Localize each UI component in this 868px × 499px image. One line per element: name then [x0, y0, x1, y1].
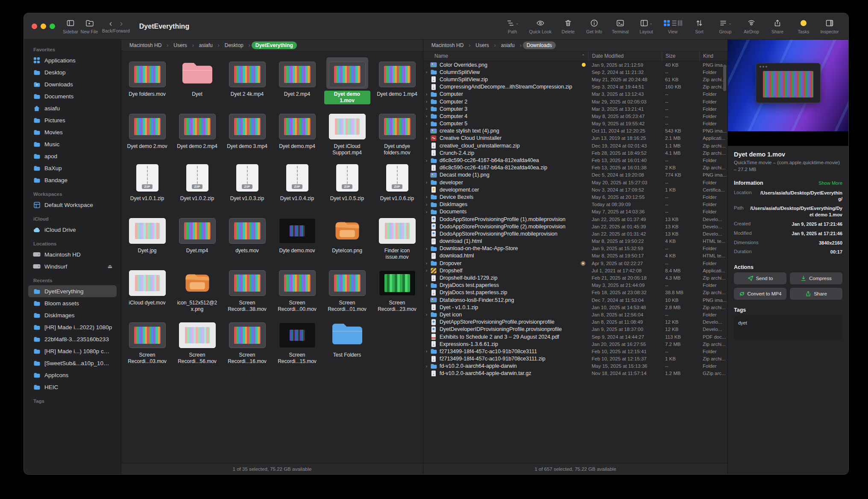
sidebar-item-pictures[interactable]: Pictures: [28, 114, 117, 126]
grid-item-dyet-v1-0-4-zip[interactable]: ZIP Dyet v1.0.4.zip: [272, 160, 322, 212]
sidebar-item-default-workspace[interactable]: Default Workspace: [28, 199, 117, 211]
disclosure-chevron-icon[interactable]: ›: [423, 268, 430, 273]
sidebar-item-appicons[interactable]: AppIcons: [28, 369, 117, 381]
sidebar-item-bandage[interactable]: Bandage: [28, 174, 117, 186]
minimize-button[interactable]: [41, 24, 46, 29]
tags-input-area[interactable]: dyet: [734, 315, 842, 340]
tag-dyet[interactable]: dyet: [738, 320, 747, 325]
disclosure-chevron-icon[interactable]: ›: [423, 92, 430, 97]
grid-item-dyet-icloud-support-mp4[interactable]: Dyet iCloud Support.mp4: [322, 108, 372, 160]
sidebar-item-hr-made-i-1080p-copy[interactable]: [HR] Made i...) 1080p copy: [28, 345, 117, 357]
file-row-expressions-1-3-6-61-zip[interactable]: › Expressions-1.3.6.61.zip Jan 20, 2025 …: [423, 340, 727, 348]
file-row-columnsplitview[interactable]: › ColumnSplitView Sep 2, 2024 at 11:21:3…: [423, 68, 727, 76]
disclosure-chevron-icon[interactable]: ›: [423, 210, 430, 214]
file-row-color-overrides-png[interactable]: › Color Overrides.png Jan 9, 2025 at 21:…: [423, 61, 727, 68]
file-row-computer-4[interactable]: › Computer 4 May 8, 2025 at 05:23:47 -- …: [423, 112, 727, 120]
file-row-create-stylish-text-4-png[interactable]: › create stylish text (4).png Oct 11, 20…: [423, 127, 727, 135]
file-row-dropshelf-build-1729-zip[interactable]: › Dropshelf-build-1729.zip Feb 21, 2025 …: [423, 274, 727, 281]
sidebar-item-music[interactable]: Music: [28, 138, 117, 150]
sidebar-item-asiafu[interactable]: asiafu: [28, 102, 117, 114]
toolbar-get-info-button[interactable]: Get Info: [585, 18, 604, 34]
column-header-kind[interactable]: Kind: [699, 51, 727, 61]
sidebar-item-hr-made-i-2022-1080p[interactable]: [HR] Made i...2022) 1080p: [28, 321, 117, 333]
sidebar-item-sweetsub-a10p-1080p[interactable]: [SweetSub&...a10p_1080p]: [28, 357, 117, 369]
zoom-button[interactable]: [50, 24, 55, 29]
file-row-developer[interactable]: › developer May 20, 2025 at 15:27:03 -- …: [423, 179, 727, 186]
grid-item-screen-recordi-16-mov[interactable]: Screen Recordi...16.mov: [222, 316, 272, 369]
grid-item-dyet-v1-0-1-zip[interactable]: ZIP Dyet v1.0.1.zip: [122, 160, 172, 212]
file-row-computer[interactable]: › Computer Mar 3, 2025 at 13:12:43 -- Fo…: [423, 91, 727, 98]
breadcrumb-macintosh-hd[interactable]: Macintosh HD: [126, 41, 165, 49]
grid-item-dyet-demo-3-mp4[interactable]: Dyet demo 3.mp4: [222, 108, 272, 160]
scrollbar-thumb[interactable]: [723, 65, 726, 91]
file-row-download-1-html[interactable]: › download (1).html Mar 8, 2025 at 19:50…: [423, 238, 727, 245]
breadcrumb-desktop[interactable]: Desktop: [221, 41, 247, 49]
grid-item-dyet-demo-1-mp4[interactable]: Dyet demo 1.mp4: [372, 56, 422, 108]
toolbar-path-button[interactable]: ⌄ Path: [503, 18, 522, 34]
disclosure-chevron-icon[interactable]: ›: [423, 114, 430, 118]
file-row-fd-v10-2-0-aarch64-apple-darwin-tar-gz[interactable]: › fd-v10.2.0-aarch64-apple-darwin.tar.gz…: [423, 370, 727, 376]
grid-item-icon-512x512-2x-png[interactable]: icon_512x512@2x.png: [172, 264, 222, 316]
back-button[interactable]: ‹: [109, 19, 112, 28]
show-more-link[interactable]: Show More: [818, 180, 842, 186]
sidebar-item-bloom-assets[interactable]: Bloom assets: [28, 297, 117, 309]
disclosure-chevron-icon[interactable]: ›: [423, 70, 430, 74]
disclosure-chevron-icon[interactable]: ›: [423, 349, 430, 354]
file-row-download-on-the-mac-app-store[interactable]: › Download-on-the-Mac-App-Store Jan 9, 2…: [423, 245, 727, 252]
file-row-dyetdeveloperidprovisioningprofile-provisionprofile[interactable]: › DyetDeveloperIDProvisioningProfile.pro…: [423, 326, 727, 333]
sidebar-item-downloads[interactable]: Downloads: [28, 78, 117, 90]
file-row-dodoappstoreprovisioningprofile-2-mobileprovision[interactable]: › DodoAppStoreProvisioningProfile (2).mo…: [423, 223, 727, 230]
toolbar-terminal-button[interactable]: Terminal: [611, 18, 630, 34]
breadcrumb-users[interactable]: Users: [472, 41, 493, 49]
grid-item-screen-recordi-01-mov[interactable]: Screen Recordi...01.mov: [322, 264, 372, 316]
toolbar-tasks-button[interactable]: Tasks: [794, 18, 813, 34]
file-row-columnsplitview-zip[interactable]: › ColumnSplitView.zip May 21, 2025 at 20…: [423, 76, 727, 83]
disclosure-chevron-icon[interactable]: ›: [423, 180, 430, 185]
sidebar-item-documents[interactable]: Documents: [28, 90, 117, 102]
grid-item-dyte-demo-mov[interactable]: Dyte demo.mov: [272, 212, 322, 264]
file-row-exhibits-to-schedule-2-and-3-29-august-2024-pdf[interactable]: › Exhibits to Schedule 2 and 3 – 29 Augu…: [423, 333, 727, 340]
file-row-computer-2[interactable]: › Computer 2 Mar 29, 2025 at 02:05:03 --…: [423, 98, 727, 105]
file-row-decast-mode-1-png[interactable]: › Decast mode (1).png Dec 5, 2024 at 19:…: [423, 171, 727, 179]
disclosure-chevron-icon[interactable]: ›: [423, 195, 430, 199]
grid-item-dyet-demo-2-mov[interactable]: Dyet demo 2.mov: [122, 108, 172, 160]
grid-item-dyet-2-mp4[interactable]: Dyet 2.mp4: [272, 56, 322, 108]
file-row-f2713499-18f4-457c-ac10-91b708ce3111-zip[interactable]: › f2713499-18f4-457c-ac10-91b708ce3111.z…: [423, 355, 727, 363]
file-row-d6c8c590-cc26-4167-b64a-812eafda40ea[interactable]: › d6c8c590-cc26-4167-b64a-812eafda40ea F…: [423, 156, 727, 164]
sidebar-item-applications[interactable]: Applications: [28, 54, 117, 66]
compress-button[interactable]: Compress: [790, 272, 842, 284]
file-row-documents[interactable]: › Documents May 7, 2025 at 14:03:36 -- F…: [423, 208, 727, 216]
file-row-dyetappstoreprovisioningprofile-provisionprofile[interactable]: › DyetAppStoreProvisioningProfile.provis…: [423, 319, 727, 326]
file-row-dodoappstoreprovisioningprofile-mobileprovision[interactable]: › DodoAppStoreProvisioningProfile.mobile…: [423, 230, 727, 237]
disclosure-chevron-icon[interactable]: ›: [423, 312, 430, 317]
breadcrumb-dyeteverything[interactable]: DyetEverything: [252, 41, 297, 49]
file-row-dodoappstoreprovisioningprofile-1-mobileprovision[interactable]: › DodoAppStoreProvisioningProfile (1).mo…: [423, 216, 727, 223]
sidebar-item-heic[interactable]: HEIC: [28, 381, 117, 393]
disclosure-chevron-icon[interactable]: ›: [423, 202, 430, 207]
disclosure-chevron-icon[interactable]: ›: [423, 261, 430, 266]
disclosure-chevron-icon[interactable]: ›: [423, 121, 430, 126]
toolbar-sort-button[interactable]: Sort: [690, 18, 709, 34]
file-row-fd-v10-2-0-aarch64-apple-darwin[interactable]: › fd-v10.2.0-aarch64-apple-darwin May 15…: [423, 363, 727, 370]
toolbar-quick-look-button[interactable]: Quick Look: [529, 18, 551, 34]
sidebar-item-windsurf[interactable]: Windsurf ⏏: [28, 260, 117, 272]
file-row-development-cer[interactable]: › development.cer Nov 3, 2024 at 17:09:5…: [423, 186, 727, 193]
grid-item-dyet-v1-0-3-zip[interactable]: ZIP Dyet v1.0.3.zip: [222, 160, 272, 212]
grid-item-screen-recordi-03-mov[interactable]: Screen Recordi...03.mov: [122, 316, 172, 369]
file-row-diskimages[interactable]: › DiskImages Today at 08:39:09 -- Folder: [423, 201, 727, 208]
disclosure-chevron-icon[interactable]: ›: [423, 106, 430, 111]
grid-item-dyet-demo-mp4[interactable]: Dyet demo.mp4: [272, 108, 322, 160]
grid-item-icloud-dyet-mov[interactable]: iCloud dyet.mov: [122, 264, 172, 316]
disclosure-chevron-icon[interactable]: ›: [423, 136, 430, 141]
toolbar-inspector-button[interactable]: Inspector: [820, 18, 839, 34]
file-row-computer-3[interactable]: › Computer 3 Mar 3, 2025 at 13:21:41 -- …: [423, 105, 727, 112]
file-row-dyet-icon[interactable]: › Dyet icon Jan 8, 2025 at 12:56:04 -- F…: [423, 311, 727, 318]
convert-to-mp4-button[interactable]: Convert to MP4: [734, 288, 786, 300]
toolbar-view-button[interactable]: View: [663, 18, 683, 34]
file-row-dropshelf[interactable]: › Dropshelf Jul 1, 2021 at 17:42:08 8.4 …: [423, 267, 727, 274]
file-row-d6c8c590-cc26-4167-b64a-812eafda40ea-zip[interactable]: › d6c8c590-cc26-4167-b64a-812eafda40ea.z…: [423, 164, 727, 171]
file-row-dropover[interactable]: › Dropover Apr 9, 2025 at 02:22:27 -- Fo…: [423, 260, 727, 267]
send-to-button[interactable]: Send to: [734, 272, 786, 284]
file-row-dyet-v1-0-1-zip[interactable]: › Dyet - v1.0.1.zip Jan 10, 2025 at 14:5…: [423, 304, 727, 311]
file-row-f2713499-18f4-457c-ac10-91b708ce3111[interactable]: › f2713499-18f4-457c-ac10-91b708ce3111 F…: [423, 348, 727, 355]
